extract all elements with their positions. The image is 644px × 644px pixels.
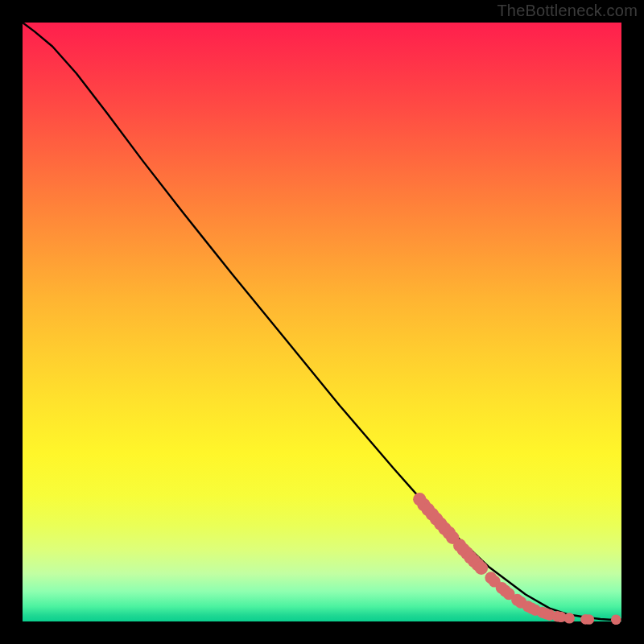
chart-svg [23,23,621,621]
data-marker [584,614,595,625]
data-marker [611,614,621,625]
attribution-label: TheBottleneck.com [497,2,638,20]
chart-frame: TheBottleneck.com [0,0,644,644]
plot-area [23,23,621,621]
data-marker [475,562,488,575]
data-marker [564,613,575,623]
marker-group [413,493,621,625]
curve-line [23,23,621,620]
